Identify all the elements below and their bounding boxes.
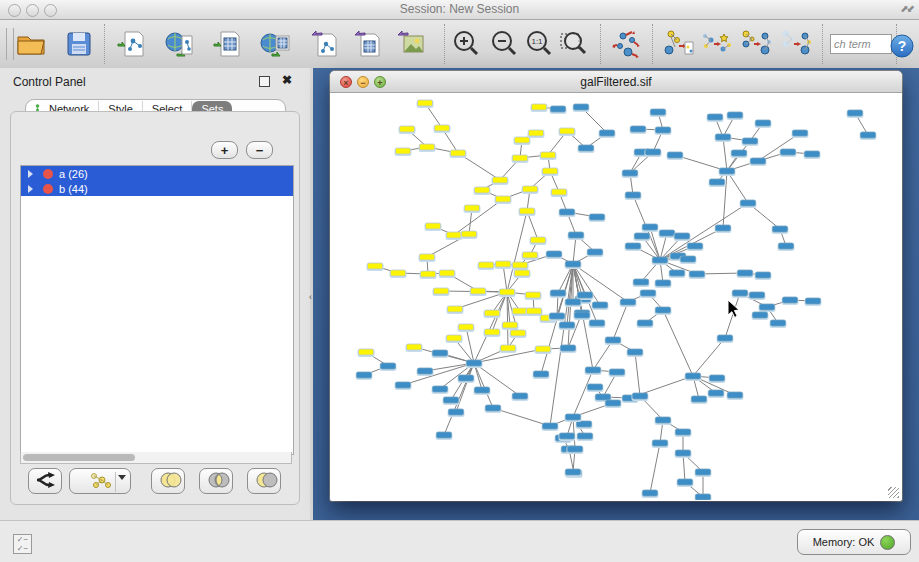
export-network-button[interactable] (305, 25, 343, 63)
graph-node[interactable] (651, 109, 666, 115)
scrollbar-thumb[interactable] (23, 454, 135, 461)
graph-node-selected[interactable] (420, 144, 435, 150)
graph-node-selected[interactable] (511, 330, 526, 336)
graph-node[interactable] (578, 433, 593, 439)
graph-node[interactable] (621, 299, 636, 305)
graph-node[interactable] (676, 450, 691, 456)
graph-node-selected[interactable] (493, 177, 508, 183)
graph-node[interactable] (633, 393, 648, 399)
graph-node[interactable] (600, 130, 615, 136)
graph-node[interactable] (656, 280, 671, 286)
graph-node[interactable] (668, 152, 683, 158)
graph-node-selected[interactable] (527, 308, 542, 314)
search-input[interactable] (830, 34, 892, 54)
graph-node[interactable] (551, 106, 566, 112)
graph-node[interactable] (656, 307, 671, 313)
graph-node[interactable] (773, 226, 788, 232)
graph-node-selected[interactable] (496, 196, 511, 202)
graph-node-selected[interactable] (515, 137, 530, 143)
graph-node-selected[interactable] (523, 186, 538, 192)
network-view-window[interactable]: × − + galFiltered.sif (330, 71, 902, 501)
graph-node[interactable] (783, 297, 798, 303)
graph-node[interactable] (596, 394, 611, 400)
graph-node[interactable] (751, 158, 766, 164)
graph-node[interactable] (670, 270, 685, 276)
graph-node-selected[interactable] (526, 292, 541, 298)
graph-node[interactable] (543, 423, 558, 429)
graph-node[interactable] (586, 367, 601, 373)
graph-node[interactable] (728, 112, 743, 118)
graph-node[interactable] (781, 149, 796, 155)
graph-node[interactable] (760, 304, 775, 310)
create-set-from-network-button[interactable] (69, 468, 131, 494)
graph-node[interactable] (381, 363, 396, 369)
graph-node[interactable] (643, 224, 658, 230)
zoom-in-button[interactable] (447, 25, 485, 63)
graph-node[interactable] (733, 290, 748, 296)
graph-node[interactable] (681, 256, 696, 262)
graph-node-selected[interactable] (515, 270, 530, 276)
graph-node[interactable] (626, 243, 641, 249)
graph-node-selected[interactable] (459, 324, 474, 330)
graph-node[interactable] (396, 382, 411, 388)
graph-node[interactable] (588, 249, 603, 255)
graph-node[interactable] (513, 393, 528, 399)
zoom-out-button[interactable] (485, 25, 523, 63)
save-session-button[interactable] (60, 25, 98, 63)
graph-node[interactable] (486, 405, 501, 411)
graph-node-selected[interactable] (532, 104, 547, 110)
graph-node-selected[interactable] (496, 261, 511, 267)
open-session-button[interactable] (12, 25, 50, 63)
graph-node[interactable] (560, 433, 575, 439)
graph-node-selected[interactable] (359, 349, 374, 355)
set-row[interactable]: a (26) (21, 166, 293, 181)
graph-node[interactable] (696, 469, 711, 475)
graph-node-selected[interactable] (513, 262, 528, 268)
graph-node[interactable] (728, 392, 743, 398)
graph-node-selected[interactable] (391, 270, 406, 276)
graph-node[interactable] (805, 151, 820, 157)
graph-node[interactable] (756, 272, 771, 278)
graph-node[interactable] (709, 390, 724, 396)
graph-node[interactable] (743, 138, 758, 144)
graph-node[interactable] (566, 469, 581, 475)
export-image-button[interactable] (391, 25, 429, 63)
splitter-collapse-icon[interactable]: ‹ (309, 292, 312, 302)
graph-node[interactable] (568, 446, 583, 452)
graph-node[interactable] (578, 292, 593, 298)
set-row[interactable]: b (44) (21, 181, 293, 196)
graph-node[interactable] (631, 126, 646, 132)
graph-node[interactable] (692, 396, 707, 402)
graph-node[interactable] (449, 409, 464, 415)
graph-node-selected[interactable] (447, 335, 462, 341)
graph-node[interactable] (560, 322, 575, 328)
resize-grip[interactable] (888, 487, 899, 498)
graph-node-selected[interactable] (421, 271, 436, 277)
graph-node[interactable] (732, 150, 747, 156)
zoom-fit-selected-button[interactable] (555, 25, 593, 63)
graph-node[interactable] (806, 298, 821, 304)
graph-node[interactable] (756, 120, 771, 126)
graph-node-selected[interactable] (447, 232, 462, 238)
graph-node[interactable] (738, 270, 753, 276)
select-from-selected-button[interactable] (737, 25, 775, 63)
graph-node[interactable] (676, 429, 691, 435)
graph-node[interactable] (437, 432, 452, 438)
graph-node[interactable] (753, 312, 768, 318)
graph-node[interactable] (718, 335, 733, 341)
graph-node-selected[interactable] (420, 254, 435, 260)
graph-node-selected[interactable] (440, 270, 455, 276)
import-network-web-button[interactable] (161, 25, 199, 63)
graph-node-selected[interactable] (500, 289, 515, 295)
graph-node[interactable] (696, 494, 711, 500)
graph-node[interactable] (588, 384, 603, 390)
graph-node[interactable] (566, 414, 581, 420)
graph-node[interactable] (628, 349, 643, 355)
graph-node[interactable] (561, 345, 576, 351)
graph-node[interactable] (566, 261, 581, 267)
graph-node-selected[interactable] (448, 306, 463, 312)
help-button[interactable]: ? (884, 28, 916, 60)
network-from-selection-button[interactable] (660, 25, 698, 63)
graph-node[interactable] (475, 387, 490, 393)
export-table-button[interactable] (348, 25, 386, 63)
